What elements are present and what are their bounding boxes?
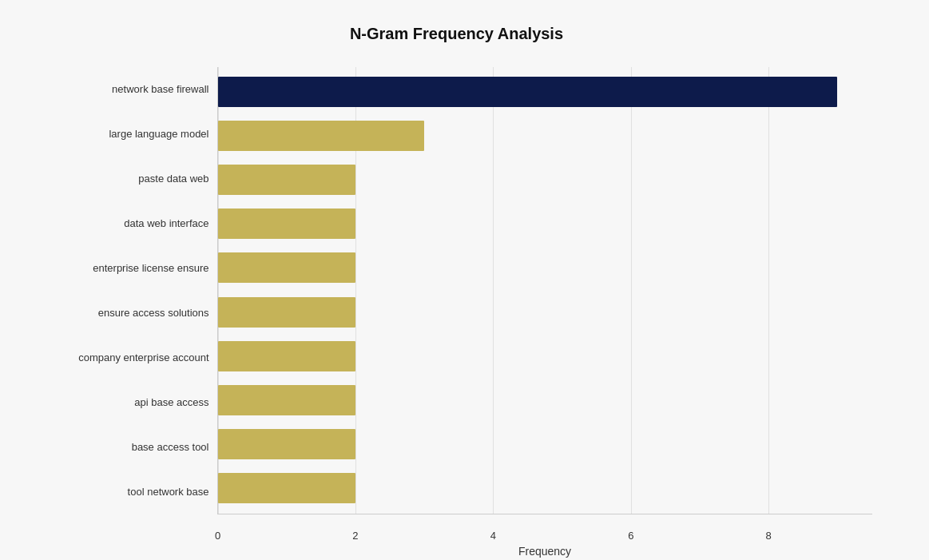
y-label: paste data web bbox=[138, 160, 208, 198]
bar bbox=[218, 429, 355, 459]
bar-row bbox=[218, 383, 872, 417]
plot-area: 02468 Frequency bbox=[217, 67, 872, 514]
y-label: company enterprise account bbox=[78, 339, 208, 377]
bar bbox=[218, 121, 425, 151]
y-label: base access tool bbox=[132, 428, 209, 467]
bar-row bbox=[218, 340, 872, 373]
bar bbox=[218, 297, 355, 328]
x-tick-label: 8 bbox=[766, 530, 772, 542]
y-label: ensure access solutions bbox=[98, 294, 209, 332]
x-tick-label: 4 bbox=[490, 530, 496, 542]
bar bbox=[218, 385, 355, 415]
y-label: api base access bbox=[134, 383, 208, 422]
bar bbox=[218, 252, 355, 283]
bar bbox=[218, 165, 355, 195]
x-tick-label: 6 bbox=[628, 530, 633, 542]
chart-area: network base firewalllarge language mode… bbox=[42, 67, 872, 514]
bar-row bbox=[218, 119, 872, 153]
bar-row bbox=[218, 163, 872, 197]
bars-area bbox=[218, 67, 872, 514]
bar-row bbox=[218, 75, 872, 109]
x-tick-label: 0 bbox=[215, 530, 220, 542]
x-axis-label: Frequency bbox=[518, 545, 571, 558]
y-label: enterprise license ensure bbox=[93, 249, 208, 288]
y-axis: network base firewalllarge language mode… bbox=[42, 67, 217, 514]
bar-row bbox=[218, 471, 872, 505]
bar bbox=[218, 341, 355, 371]
bar-row bbox=[218, 427, 872, 461]
chart-title: N-Gram Frequency Analysis bbox=[42, 25, 872, 43]
bar-row bbox=[218, 207, 872, 240]
bar bbox=[218, 77, 838, 107]
bar-row bbox=[218, 296, 872, 329]
y-label: large language model bbox=[109, 115, 208, 153]
bar bbox=[218, 209, 355, 239]
bar bbox=[218, 473, 355, 503]
chart-container: N-Gram Frequency Analysis network base f… bbox=[26, 9, 904, 552]
x-tick-label: 2 bbox=[352, 530, 358, 542]
y-label: data web interface bbox=[124, 205, 208, 243]
bar-row bbox=[218, 251, 872, 284]
y-label: tool network base bbox=[128, 473, 209, 511]
y-label: network base firewall bbox=[112, 70, 208, 109]
